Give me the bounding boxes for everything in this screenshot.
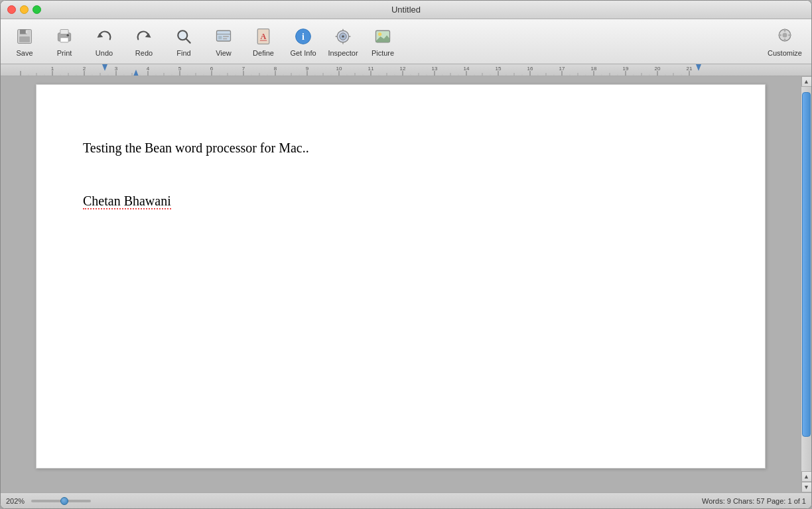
svg-text:i: i <box>302 32 304 42</box>
svg-text:11: 11 <box>368 66 374 72</box>
traffic-lights <box>7 5 41 14</box>
svg-text:4: 4 <box>147 66 150 72</box>
define-button[interactable]: A Define <box>245 23 282 61</box>
svg-text:7: 7 <box>242 66 245 72</box>
redo-button[interactable]: Redo <box>125 23 163 61</box>
view-icon <box>213 26 234 47</box>
info-icon: i <box>293 26 314 47</box>
status-bar: 202% Words: 9 Chars: 57 Page: 1 of 1 <box>1 492 811 508</box>
author-name: Chetan Bhawani <box>83 194 171 209</box>
svg-text:8: 8 <box>274 66 277 72</box>
svg-text:5: 5 <box>178 66 182 72</box>
find-button[interactable]: Find <box>165 23 202 61</box>
document-page[interactable]: Testing the Bean word processor for Mac.… <box>36 84 766 469</box>
svg-marker-39 <box>133 70 139 76</box>
document-content[interactable]: Testing the Bean word processor for Mac.… <box>36 85 765 264</box>
svg-text:19: 19 <box>623 66 629 72</box>
svg-text:6: 6 <box>210 66 214 72</box>
svg-rect-15 <box>223 36 229 37</box>
svg-text:A: A <box>261 32 267 41</box>
define-icon: A <box>253 26 274 47</box>
document-line-2: Chetan Bhawani <box>83 191 718 211</box>
view-button[interactable]: View <box>205 23 242 61</box>
svg-point-32 <box>783 33 787 38</box>
customize-label: Customize <box>768 49 802 57</box>
document-line-1: Testing the Bean word processor for Mac.… <box>83 138 718 158</box>
scrollbar-track[interactable] <box>801 87 811 471</box>
svg-marker-8 <box>98 33 103 38</box>
svg-text:10: 10 <box>336 66 342 72</box>
maximize-button[interactable] <box>33 5 41 14</box>
svg-marker-9 <box>145 33 151 38</box>
window-title: Untitled <box>391 5 421 15</box>
svg-line-11 <box>186 39 190 43</box>
inspector-icon <box>332 26 354 47</box>
scrollbar-thumb[interactable] <box>802 92 811 437</box>
minimize-button[interactable] <box>20 5 29 14</box>
svg-rect-35 <box>778 34 781 36</box>
undo-icon <box>94 26 115 47</box>
customize-button[interactable]: Customize <box>764 23 806 61</box>
redo-icon <box>133 26 155 47</box>
inspector-button[interactable]: Inspector <box>324 23 362 61</box>
svg-text:1: 1 <box>51 66 54 72</box>
main-area: Testing the Bean word processor for Mac.… <box>1 76 811 492</box>
inspector-label: Inspector <box>328 49 358 57</box>
svg-point-24 <box>342 35 344 38</box>
svg-rect-33 <box>784 28 786 31</box>
undo-button[interactable]: Undo <box>86 23 123 61</box>
title-bar: Untitled <box>1 1 811 19</box>
svg-point-30 <box>378 32 381 36</box>
print-button[interactable]: Print <box>46 23 83 61</box>
svg-text:18: 18 <box>591 66 597 72</box>
status-info: Words: 9 Chars: 57 Page: 1 of 1 <box>702 497 806 505</box>
undo-label: Undo <box>96 49 113 57</box>
find-label: Find <box>176 49 190 57</box>
view-label: View <box>216 49 232 57</box>
svg-text:17: 17 <box>559 66 565 72</box>
document-scroll[interactable]: Testing the Bean word processor for Mac.… <box>1 76 801 492</box>
picture-icon <box>372 26 393 47</box>
svg-text:12: 12 <box>400 66 406 72</box>
customize-icon <box>776 26 794 47</box>
svg-text:13: 13 <box>432 66 438 72</box>
save-icon <box>14 26 35 47</box>
get-info-label: Get Info <box>290 49 316 57</box>
save-label: Save <box>16 49 33 57</box>
zoom-slider[interactable] <box>31 500 91 502</box>
zoom-slider-thumb[interactable] <box>60 497 68 505</box>
svg-point-7 <box>67 34 70 37</box>
svg-rect-34 <box>784 38 786 41</box>
svg-text:3: 3 <box>115 66 118 72</box>
svg-text:9: 9 <box>306 66 309 72</box>
zoom-label: 202% <box>6 497 27 505</box>
get-info-button[interactable]: i Get Info <box>285 23 322 61</box>
scroll-down-button[interactable]: ▼ <box>801 482 812 492</box>
print-label: Print <box>57 49 72 57</box>
scroll-down-up-button[interactable]: ▲ <box>801 471 812 482</box>
scroll-up-button[interactable]: ▲ <box>801 76 812 87</box>
picture-button[interactable]: Picture <box>364 23 401 61</box>
print-icon <box>54 26 75 47</box>
ruler: 123456789101112131415161718192021 <box>1 64 811 76</box>
picture-label: Picture <box>372 49 394 57</box>
toolbar: Save Print Undo <box>1 19 811 64</box>
svg-rect-3 <box>19 36 30 42</box>
close-button[interactable] <box>7 5 16 14</box>
svg-text:2: 2 <box>83 66 86 72</box>
svg-rect-16 <box>223 38 227 40</box>
define-label: Define <box>253 49 274 57</box>
app-window: Untitled Save <box>0 0 812 509</box>
scrollbar-right: ▲ ▲ ▼ <box>801 76 811 492</box>
svg-text:15: 15 <box>496 66 502 72</box>
svg-text:16: 16 <box>527 66 533 72</box>
find-icon <box>173 26 194 47</box>
svg-text:20: 20 <box>655 66 661 72</box>
svg-marker-37 <box>102 64 107 71</box>
redo-label: Redo <box>135 49 153 57</box>
save-button[interactable]: Save <box>6 23 43 61</box>
zoom-area: 202% <box>6 497 91 505</box>
svg-marker-38 <box>696 64 701 71</box>
svg-rect-6 <box>60 38 68 42</box>
svg-text:14: 14 <box>464 66 470 72</box>
